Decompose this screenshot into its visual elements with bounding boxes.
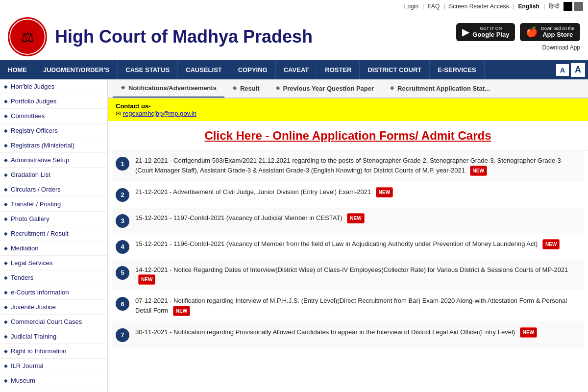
- notification-list: 1 21-12-2021 - Corrigendum 503/Exam/2021…: [108, 151, 588, 347]
- app-buttons: ▶ GET IT ON Google Play 🍎 Download on th…: [456, 23, 580, 41]
- sidebar-item-tenders[interactable]: ◆Tenders: [0, 270, 107, 285]
- sidebar-item-transfer-posting[interactable]: ◆Transfer / Posting: [0, 197, 107, 212]
- notif-number: 7: [116, 328, 129, 342]
- notification-item[interactable]: 2 21-12-2021 - Advertisement of Civil Ju…: [112, 182, 584, 207]
- sidebar-bullet: ◆: [4, 245, 8, 251]
- google-play-label: GET IT ON Google Play: [472, 26, 509, 38]
- google-play-button[interactable]: ▶ GET IT ON Google Play: [456, 23, 515, 41]
- notif-text: 14-12-2021 - Notice Regarding Dates of I…: [135, 265, 580, 285]
- sidebar-item-administrative-setup[interactable]: ◆Administrative Setup: [0, 153, 107, 168]
- nav-copying[interactable]: COPYING: [230, 60, 276, 79]
- font-size-large-button[interactable]: A: [571, 63, 585, 77]
- sidebar-bullet: ◆: [4, 187, 8, 192]
- sidebar-item-label: Commercial Court Cases: [11, 318, 82, 325]
- sidebar-item-label: Registrars (Ministerial): [11, 142, 74, 149]
- notif-number: 1: [116, 157, 129, 171]
- notif-number: 3: [116, 214, 129, 228]
- subnav-label: Notifications/Advertisements: [128, 84, 217, 92]
- notif-text: 30-11-2021 - Notification regarding Prov…: [135, 327, 580, 338]
- email-link[interactable]: regexamhcjbp@mp.gov.in: [123, 110, 196, 117]
- nav-e-services[interactable]: E-SERVICES: [430, 60, 485, 79]
- font-size-small-button[interactable]: A: [556, 64, 569, 76]
- sidebar-item-label: Museum: [11, 377, 35, 384]
- notif-text: 07-12-2021 - Notification regarding Inte…: [135, 296, 580, 316]
- nav-causelist[interactable]: CAUSELIST: [178, 60, 230, 79]
- sidebar-item-juvenile-justice[interactable]: ◆Juvenile Justice: [0, 300, 107, 315]
- contact-email: ✉ regexamhcjbp@mp.gov.in: [116, 110, 580, 117]
- sidebar-item-committees[interactable]: ◆Committees: [0, 109, 107, 123]
- subnav-arrow: ❖: [232, 85, 237, 92]
- apple-icon: 🍎: [526, 26, 538, 38]
- sub-nav-item-notifications[interactable]: ❖Notifications/Advertisements: [113, 79, 224, 98]
- subnav-arrow: ❖: [275, 85, 280, 92]
- nav-judgment[interactable]: JUDGMENT/ORDER'S: [35, 60, 118, 79]
- nav-caveat[interactable]: CAVEAT: [276, 60, 318, 79]
- sidebar-item-honble-judges[interactable]: ◆Hon'ble Judges: [0, 79, 107, 94]
- login-link[interactable]: Login: [404, 3, 418, 10]
- new-badge: NEW: [542, 239, 560, 249]
- site-title: High Court of Madhya Pradesh: [55, 26, 313, 47]
- sidebar-item-label: Judicial Training: [11, 333, 56, 340]
- sub-nav-item-result[interactable]: ❖Result: [224, 80, 268, 97]
- sidebar-item-label: Mediation: [11, 245, 38, 252]
- notification-item[interactable]: 3 15-12-2021 - 1197-Confdl-2021 (Vacancy…: [112, 208, 584, 233]
- sidebar: ◆Hon'ble Judges◆Portfolio Judges◆Committ…: [0, 79, 108, 392]
- sidebar-item-ilr-journal[interactable]: ◆ILR Journal: [0, 359, 107, 373]
- sidebar-item-label: Gradation List: [11, 171, 50, 178]
- sidebar-bullet: ◆: [4, 334, 8, 339]
- sidebar-bullet: ◆: [4, 363, 8, 368]
- notif-number: 5: [116, 266, 129, 280]
- sidebar-item-label: Committees: [11, 112, 45, 120]
- sidebar-item-online-court-fee[interactable]: ◆Online Court Fee Tracking: [0, 388, 107, 392]
- sidebar-item-commercial-court[interactable]: ◆Commercial Court Cases: [0, 315, 107, 329]
- notification-item[interactable]: 5 14-12-2021 - Notice Regarding Dates of…: [112, 260, 584, 291]
- new-badge: NEW: [376, 187, 393, 197]
- lang-hindi[interactable]: हिन्दी: [549, 3, 560, 10]
- google-play-big: Google Play: [472, 31, 509, 38]
- site-header: ⚖ High Court of Madhya Pradesh ▶ GET IT …: [0, 13, 588, 60]
- contact-label: Contact us-: [116, 102, 580, 110]
- font-box-black: [564, 2, 572, 11]
- sidebar-item-registry-officers[interactable]: ◆Registry Officers: [0, 123, 107, 138]
- cta-link[interactable]: Click Here - Online Application Forms/ A…: [205, 129, 491, 142]
- sidebar-item-museum[interactable]: ◆Museum: [0, 373, 107, 388]
- sidebar-item-right-to-info[interactable]: ◆Right to Information: [0, 344, 107, 359]
- notif-number: 2: [116, 188, 129, 202]
- sidebar-item-judicial-training[interactable]: ◆Judicial Training: [0, 329, 107, 344]
- sidebar-bullet: ◆: [4, 231, 8, 236]
- sidebar-bullet: ◆: [4, 260, 8, 266]
- sidebar-item-label: Right to Information: [11, 347, 66, 355]
- nav-case-status[interactable]: CASE STATUS: [118, 60, 178, 79]
- notification-item[interactable]: 6 07-12-2021 - Notification regarding In…: [112, 291, 584, 321]
- notification-item[interactable]: 7 30-11-2021 - Notification regarding Pr…: [112, 322, 584, 347]
- sidebar-bullet: ◆: [4, 319, 8, 324]
- notif-text: 15-12-2021 - 1196-Confdl-2021 (Vacancy o…: [135, 239, 580, 249]
- nav-home[interactable]: HOME: [0, 60, 35, 79]
- new-badge: NEW: [347, 213, 364, 223]
- sidebar-item-portfolio-judges[interactable]: ◆Portfolio Judges: [0, 94, 107, 109]
- notification-item[interactable]: 1 21-12-2021 - Corrigendum 503/Exam/2021…: [112, 151, 584, 181]
- sidebar-item-circulars-orders[interactable]: ◆Circulars / Orders: [0, 182, 107, 197]
- sub-nav-item-recruitment-app[interactable]: ❖Recruitment Application Stat...: [382, 80, 498, 97]
- email-icon: ✉: [116, 110, 123, 117]
- sub-nav-item-prev-question[interactable]: ❖Previous Year Question Paper: [268, 80, 382, 97]
- sidebar-item-label: Photo Gallery: [11, 215, 49, 222]
- sidebar-item-photo-gallery[interactable]: ◆Photo Gallery: [0, 212, 107, 226]
- notif-number: 4: [116, 240, 129, 254]
- notification-item[interactable]: 4 15-12-2021 - 1196-Confdl-2021 (Vacancy…: [112, 234, 584, 259]
- app-store-button[interactable]: 🍎 Download on the App Store: [520, 23, 580, 41]
- faq-link[interactable]: FAQ: [428, 3, 440, 10]
- sidebar-item-e-courts-info[interactable]: ◆e-Courts Information: [0, 285, 107, 300]
- sidebar-item-registrars[interactable]: ◆Registrars (Ministerial): [0, 138, 107, 153]
- sidebar-item-mediation[interactable]: ◆Mediation: [0, 241, 107, 256]
- sidebar-item-gradation-list[interactable]: ◆Gradation List: [0, 168, 107, 182]
- screen-reader-link[interactable]: Screen Reader Access: [449, 3, 509, 10]
- sidebar-item-recruitment-result[interactable]: ◆Recruitment / Result: [0, 226, 107, 241]
- nav-district-court[interactable]: DISTRICT COURT: [360, 60, 430, 79]
- nav-roster[interactable]: ROSTER: [317, 60, 360, 79]
- sidebar-item-legal-services[interactable]: ◆Legal Services: [0, 256, 107, 270]
- font-box-gray: [574, 2, 583, 11]
- sidebar-item-label: Circulars / Orders: [11, 186, 61, 193]
- lang-english[interactable]: English: [518, 3, 539, 10]
- google-play-icon: ▶: [462, 26, 469, 38]
